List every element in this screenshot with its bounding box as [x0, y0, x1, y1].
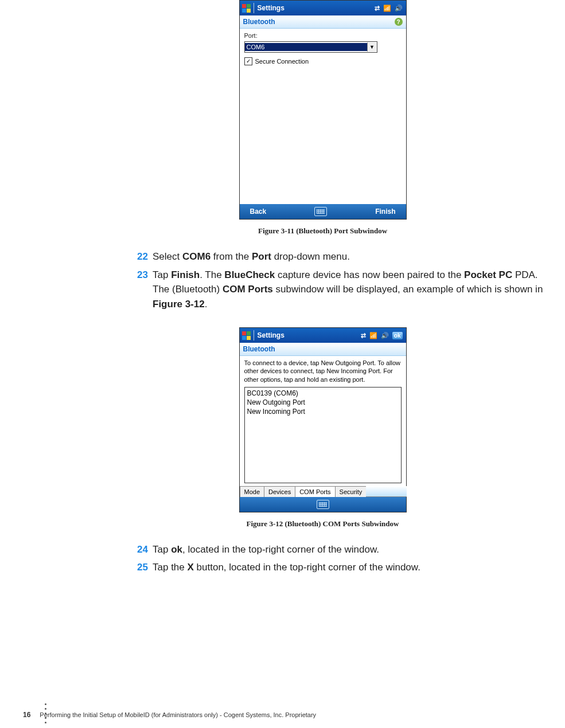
footer-text: Performing the Initial Setup of MobileID…	[40, 711, 316, 718]
tab-security[interactable]: Security	[335, 486, 367, 497]
connectivity-icon[interactable]: ⇄	[361, 332, 366, 339]
titlebar-label: Settings	[258, 4, 285, 12]
step-text: Select COM6 from the Port drop-down menu…	[153, 249, 554, 264]
page-footer: 16 Performing the Initial Setup of Mobil…	[23, 711, 316, 719]
list-item[interactable]: New Incoming Port	[247, 407, 399, 416]
subtitle-label: Bluetooth	[243, 18, 275, 26]
step-number: 25	[130, 560, 148, 575]
step-text: Tap ok, located in the top-right corner …	[153, 542, 554, 557]
help-icon[interactable]: ?	[395, 18, 403, 26]
volume-icon[interactable]: 🔊	[395, 5, 403, 12]
ok-button[interactable]: ok	[392, 332, 403, 339]
keyboard-icon[interactable]	[317, 500, 329, 509]
figure-caption: Figure 3-11 (Bluetooth) Port Subwindow	[80, 226, 565, 236]
connectivity-icon[interactable]: ⇄	[375, 5, 380, 12]
chevron-down-icon[interactable]: ▼	[367, 42, 377, 52]
titlebar-label: Settings	[258, 331, 285, 339]
step-number: 24	[130, 542, 148, 557]
finish-button[interactable]: Finish	[375, 208, 395, 216]
port-label: Port:	[244, 32, 402, 39]
port-dropdown[interactable]: COM6 ▼	[244, 41, 377, 53]
subtitle-bar: Bluetooth ?	[240, 15, 406, 29]
tab-comports[interactable]: COM Ports	[295, 486, 335, 497]
tab-bar: Mode Devices COM Ports Security	[240, 486, 406, 497]
port-listbox[interactable]: BC0139 (COM6) New Outgoing Port New Inco…	[244, 387, 402, 483]
step-text: Tap Finish. The BlueCheck capture device…	[153, 268, 554, 312]
secure-checkbox[interactable]: ✓	[244, 57, 252, 65]
volume-icon[interactable]: 🔊	[381, 332, 389, 339]
step-number: 22	[130, 249, 148, 264]
list-item[interactable]: New Outgoing Port	[247, 398, 399, 407]
figure-caption: Figure 3-12 (Bluetooth) COM Ports Subwin…	[80, 519, 565, 529]
start-icon[interactable]	[242, 3, 251, 13]
start-icon[interactable]	[242, 331, 251, 340]
tab-mode[interactable]: Mode	[240, 486, 265, 497]
list-item[interactable]: BC0139 (COM6)	[247, 389, 399, 398]
subtitle-bar: Bluetooth	[240, 343, 406, 356]
subtitle-label: Bluetooth	[243, 345, 275, 353]
step-number: 23	[130, 268, 148, 312]
back-button[interactable]: Back	[250, 208, 267, 216]
instructions-text: To connect to a device, tap New Outgoing…	[244, 359, 402, 383]
secure-label: Secure Connection	[255, 58, 309, 65]
signal-icon[interactable]: 📶	[383, 5, 391, 12]
titlebar: Settings ⇄ 📶 🔊 ok	[240, 328, 406, 343]
step-text: Tap the X button, located in the top-rig…	[153, 560, 554, 575]
titlebar: Settings ⇄ 📶 🔊	[240, 1, 406, 15]
port-value: COM6	[245, 43, 367, 51]
screenshot-port-subwindow: Settings ⇄ 📶 🔊 Bluetooth ? Port: COM6 ▼	[239, 0, 407, 220]
signal-icon[interactable]: 📶	[369, 332, 377, 339]
tab-devices[interactable]: Devices	[264, 486, 295, 497]
page-number: 16	[23, 711, 30, 719]
screenshot-comports-subwindow: Settings ⇄ 📶 🔊 ok Bluetooth To connect t…	[239, 327, 407, 512]
keyboard-icon[interactable]	[314, 207, 327, 216]
